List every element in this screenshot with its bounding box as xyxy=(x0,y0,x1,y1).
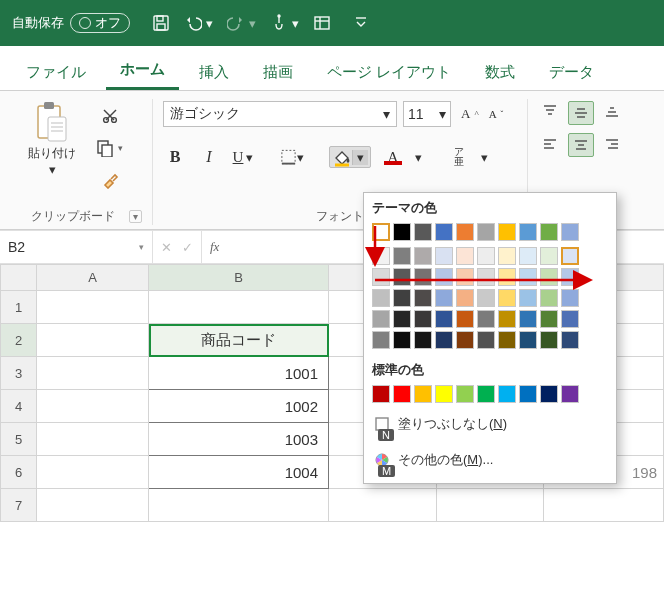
theme-swatch[interactable] xyxy=(456,223,474,241)
align-left-button[interactable] xyxy=(538,133,562,155)
row-header-1[interactable]: 1 xyxy=(1,291,37,324)
shade-swatch[interactable] xyxy=(393,247,411,265)
name-box[interactable]: B2 ▾ xyxy=(0,231,153,263)
theme-swatch[interactable] xyxy=(393,223,411,241)
tab-data[interactable]: データ xyxy=(535,55,608,90)
cell-b4[interactable]: 1002 xyxy=(149,390,329,423)
shade-swatch[interactable] xyxy=(414,310,432,328)
shade-swatch[interactable] xyxy=(498,331,516,349)
form-button[interactable] xyxy=(313,14,331,32)
shade-swatch[interactable] xyxy=(477,310,495,328)
shade-swatch[interactable] xyxy=(435,247,453,265)
cell-b5[interactable]: 1003 xyxy=(149,423,329,456)
shade-swatch[interactable] xyxy=(456,331,474,349)
cell-b6[interactable]: 1004 xyxy=(149,456,329,489)
theme-swatch[interactable] xyxy=(498,223,516,241)
align-center-button[interactable] xyxy=(568,133,594,157)
phonetic-button[interactable]: ア 亜 xyxy=(447,145,471,169)
theme-swatch[interactable] xyxy=(519,223,537,241)
tab-insert[interactable]: 挿入 xyxy=(185,55,243,90)
shade-swatch[interactable] xyxy=(372,268,390,286)
standard-swatch[interactable] xyxy=(414,385,432,403)
shade-swatch[interactable] xyxy=(414,331,432,349)
row-header-6[interactable]: 6 xyxy=(1,456,37,489)
row-header-5[interactable]: 5 xyxy=(1,423,37,456)
border-button[interactable]: ▾ xyxy=(280,145,304,169)
shade-swatch[interactable] xyxy=(561,247,579,265)
fill-color-button[interactable]: ▾ xyxy=(329,146,371,168)
chevron-down-icon[interactable]: ▾ xyxy=(352,150,368,165)
shade-swatch[interactable] xyxy=(435,310,453,328)
shade-swatch[interactable] xyxy=(498,268,516,286)
tab-home[interactable]: ホーム xyxy=(106,52,179,90)
shade-swatch[interactable] xyxy=(540,289,558,307)
standard-swatch[interactable] xyxy=(519,385,537,403)
font-name-select[interactable]: 游ゴシック ▾ xyxy=(163,101,397,127)
shade-swatch[interactable] xyxy=(540,268,558,286)
shade-swatch[interactable] xyxy=(393,289,411,307)
clipboard-launcher-icon[interactable]: ▾ xyxy=(129,210,142,223)
autosave-toggle[interactable]: 自動保存 オフ xyxy=(12,13,130,33)
redo-button[interactable]: ▾ xyxy=(227,14,256,32)
qat-customize-button[interactable] xyxy=(355,16,367,30)
shade-swatch[interactable] xyxy=(519,289,537,307)
theme-swatch[interactable] xyxy=(435,223,453,241)
shade-swatch[interactable] xyxy=(414,268,432,286)
chevron-down-icon[interactable]: ▾ xyxy=(415,150,422,165)
tab-formulas[interactable]: 数式 xyxy=(471,55,529,90)
shade-swatch[interactable] xyxy=(477,331,495,349)
standard-swatch[interactable] xyxy=(540,385,558,403)
shade-swatch[interactable] xyxy=(561,331,579,349)
row-header-3[interactable]: 3 xyxy=(1,357,37,390)
shade-swatch[interactable] xyxy=(372,310,390,328)
theme-swatch[interactable] xyxy=(414,223,432,241)
standard-swatch[interactable] xyxy=(561,385,579,403)
cell-b2[interactable]: 商品コード xyxy=(149,324,329,357)
format-painter-button[interactable] xyxy=(92,167,127,193)
standard-swatch[interactable] xyxy=(477,385,495,403)
shade-swatch[interactable] xyxy=(561,310,579,328)
shade-swatch[interactable] xyxy=(456,247,474,265)
col-header-a[interactable]: A xyxy=(37,265,149,291)
decrease-font-button[interactable]: Aˇ xyxy=(485,102,508,126)
tab-file[interactable]: ファイル xyxy=(12,55,100,90)
save-button[interactable] xyxy=(152,14,170,32)
tab-page-layout[interactable]: ページ レイアウト xyxy=(313,55,465,90)
select-all-corner[interactable] xyxy=(1,265,37,291)
align-middle-button[interactable] xyxy=(568,101,594,125)
cell-b3[interactable]: 1001 xyxy=(149,357,329,390)
font-color-button[interactable]: A xyxy=(381,145,405,169)
standard-swatch[interactable] xyxy=(393,385,411,403)
shade-swatch[interactable] xyxy=(456,289,474,307)
tab-draw[interactable]: 描画 xyxy=(249,55,307,90)
underline-button[interactable]: U ▾ xyxy=(231,145,255,169)
shade-swatch[interactable] xyxy=(519,310,537,328)
standard-swatch[interactable] xyxy=(372,385,390,403)
row-header-2[interactable]: 2 xyxy=(1,324,37,357)
standard-swatch[interactable] xyxy=(435,385,453,403)
shade-swatch[interactable] xyxy=(435,331,453,349)
chevron-down-icon[interactable]: ▾ xyxy=(481,150,488,165)
undo-button[interactable]: ▾ xyxy=(184,14,213,32)
font-size-select[interactable]: 11 ▾ xyxy=(403,101,451,127)
shade-swatch[interactable] xyxy=(561,268,579,286)
shade-swatch[interactable] xyxy=(435,268,453,286)
shade-swatch[interactable] xyxy=(477,268,495,286)
shade-swatch[interactable] xyxy=(498,289,516,307)
row-header-4[interactable]: 4 xyxy=(1,390,37,423)
shade-swatch[interactable] xyxy=(477,247,495,265)
shade-swatch[interactable] xyxy=(540,331,558,349)
shade-swatch[interactable] xyxy=(540,310,558,328)
standard-swatch[interactable] xyxy=(498,385,516,403)
shade-swatch[interactable] xyxy=(456,268,474,286)
shade-swatch[interactable] xyxy=(372,289,390,307)
shade-swatch[interactable] xyxy=(540,247,558,265)
shade-swatch[interactable] xyxy=(561,289,579,307)
shade-swatch[interactable] xyxy=(519,268,537,286)
more-colors-button[interactable]: その他の色(M)... M xyxy=(372,445,608,475)
col-header-b[interactable]: B xyxy=(149,265,329,291)
shade-swatch[interactable] xyxy=(372,331,390,349)
theme-swatch[interactable] xyxy=(540,223,558,241)
shade-swatch[interactable] xyxy=(393,331,411,349)
standard-swatch[interactable] xyxy=(456,385,474,403)
